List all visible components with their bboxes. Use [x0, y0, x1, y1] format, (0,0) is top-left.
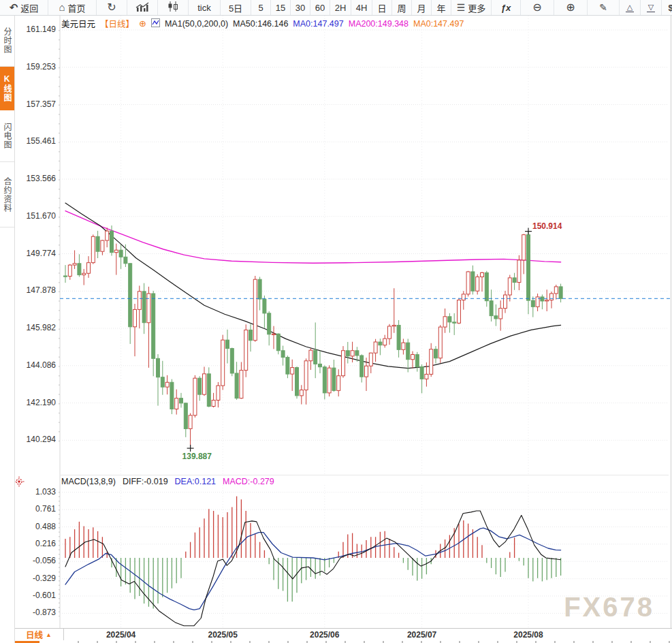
period-week-button[interactable]: 周 — [392, 0, 412, 15]
x-axis-month-label: 2025/06 — [301, 630, 349, 640]
x-axis-month-label: 2025/07 — [398, 630, 446, 640]
period-2h-button-label: 2H — [335, 3, 347, 13]
indicator-settings-icon[interactable] — [14, 476, 25, 490]
macd-params-label: MACD(13,8,9) — [61, 477, 116, 486]
period-year-button[interactable]: 年 — [432, 0, 451, 15]
y-axis-label: 145.982 — [15, 323, 56, 332]
x-axis-month-label: 2025/05 — [199, 630, 246, 640]
period-2h-button[interactable]: 2H — [330, 0, 351, 15]
dollar-button[interactable]: $ — [662, 0, 672, 15]
period-30-button[interactable]: 30 — [291, 0, 310, 15]
pencil-icon: ✎ — [599, 3, 607, 13]
period-5d-button-label: 5日 — [229, 1, 242, 14]
period-month-button[interactable]: 月 — [412, 0, 432, 15]
more-button[interactable]: ☰更多 — [451, 0, 492, 15]
period-week-button-label: 周 — [397, 1, 406, 14]
y-axis-label: 142.190 — [15, 398, 56, 407]
back-button[interactable]: ↶返回 — [0, 0, 48, 15]
macd-diff-value: DIFF:-0.019 — [123, 477, 168, 486]
indicator-fx-button[interactable]: ƒx — [492, 0, 521, 15]
y-axis-label: 149.774 — [15, 249, 56, 258]
macd-value: MACD:-0.279 — [223, 477, 274, 486]
symbol-title: 美元日元 — [61, 17, 95, 30]
period-4h-button-label: 4H — [356, 3, 368, 13]
y-axis-label: 140.294 — [15, 435, 56, 444]
zoom-in-icon: ⊕ — [566, 2, 575, 13]
menu-icon: ☰ — [457, 3, 466, 13]
candlestick-icon — [167, 1, 178, 14]
sidebar-tab-1[interactable]: K线图 — [0, 67, 14, 110]
period-year-button-label: 年 — [436, 1, 445, 14]
period-60-button-label: 60 — [315, 3, 325, 13]
y-axis-label: 153.566 — [15, 174, 56, 183]
ma-indicator-icon[interactable] — [151, 18, 160, 29]
candlestick-button[interactable] — [158, 0, 189, 15]
triangle-up-icon: △ — [626, 3, 634, 12]
main-chart-header: 美元日元 【日线】 ⊕ MA1(50,0,200,0) MA50:146.146… — [61, 17, 464, 30]
fx-icon: ƒx — [501, 3, 511, 13]
ma50-value: MA50:146.146 — [233, 19, 288, 29]
back-icon: ↶ — [10, 2, 18, 13]
y-axis-label: 144.086 — [15, 360, 56, 370]
sidebar-tab-3[interactable]: 合约资料 — [0, 162, 14, 228]
macd-dea-value: DEA:0.121 — [175, 477, 216, 486]
y-axis-label: 0.488 — [15, 522, 56, 531]
period-selector-label: 日线 — [26, 628, 43, 641]
add-compare-icon[interactable]: ⊕ — [139, 18, 146, 29]
bar-chart-button[interactable] — [127, 0, 158, 15]
period-day-button[interactable]: 日 — [372, 0, 392, 15]
period-5d-button[interactable]: 5日 — [221, 0, 251, 15]
period-30-button-label: 30 — [295, 3, 305, 13]
home-button-label: 首页 — [68, 1, 86, 14]
ma-params-label: MA1(50,0,200,0) — [165, 19, 228, 29]
more-button-label: 更多 — [468, 1, 485, 14]
chart-type-sidebar: 分时图K线图闪电图合约资料 — [0, 15, 15, 643]
ma0-orange-value: MA0:147.497 — [413, 19, 464, 29]
period-15-button[interactable]: 15 — [271, 0, 291, 15]
triangle-up-button[interactable]: △ — [620, 0, 641, 15]
period-60-button[interactable]: 60 — [310, 0, 330, 15]
triangle-down-button[interactable]: ▽ — [641, 0, 662, 15]
period-selector[interactable]: 日线 ▲ — [14, 629, 64, 640]
zoom-out-icon: ⊖ — [532, 2, 541, 13]
y-axis-label: -0.056 — [15, 556, 56, 565]
refresh-button[interactable]: ↻ — [97, 0, 127, 15]
period-month-button-label: 月 — [417, 1, 426, 14]
y-axis-label: -0.873 — [15, 608, 56, 617]
sidebar-tab-2[interactable]: 闪电图 — [0, 110, 14, 162]
charting-app: ↶返回⌂首页↻tick5日51530602H4H日周月年☰更多ƒx⊖⊕✎△▽$ … — [0, 0, 672, 643]
draw-button[interactable]: ✎ — [588, 0, 620, 15]
home-button[interactable]: ⌂首页 — [48, 0, 97, 15]
ma200-value: MA200:149.348 — [349, 19, 409, 29]
sidebar-tab-0[interactable]: 分时图 — [0, 15, 14, 67]
dollar-icon: $ — [668, 3, 672, 13]
time-axis-bar: 日线 ▲ 2025/042025/052025/062025/072025/08 — [0, 628, 672, 643]
tick-button-label: tick — [197, 3, 211, 13]
y-axis-label: -0.329 — [15, 574, 56, 583]
tick-button[interactable]: tick — [189, 0, 221, 15]
y-axis-label: 147.878 — [15, 285, 56, 295]
y-axis-label: 161.149 — [15, 25, 56, 34]
high-price-annotation: 150.914 — [532, 221, 562, 231]
refresh-icon: ↻ — [107, 2, 116, 13]
y-axis-label: -0.601 — [15, 591, 56, 600]
chart-canvas[interactable] — [0, 0, 672, 643]
zoom-in-button[interactable]: ⊕ — [554, 0, 588, 15]
y-axis-label: 159.253 — [15, 62, 56, 72]
low-price-annotation: 139.887 — [182, 452, 212, 461]
zoom-out-button[interactable]: ⊖ — [521, 0, 554, 15]
home-icon: ⌂ — [59, 2, 65, 13]
period-selector-arrow-icon: ▲ — [46, 631, 52, 638]
ma0-blue-value: MA0:147.497 — [293, 19, 343, 29]
triangle-down-icon: ▽ — [647, 3, 655, 12]
period-day-button-label: 日 — [377, 1, 386, 14]
y-axis-label: 157.357 — [15, 99, 56, 109]
period-5-button[interactable]: 5 — [251, 0, 271, 15]
bar-chart-icon — [135, 2, 149, 14]
period-4h-button[interactable]: 4H — [351, 0, 372, 15]
watermark: FX678 — [564, 592, 654, 623]
y-axis-label: 0.761 — [15, 504, 56, 514]
period-5-button-label: 5 — [258, 3, 263, 13]
back-button-label: 返回 — [20, 1, 38, 14]
top-toolbar: ↶返回⌂首页↻tick5日51530602H4H日周月年☰更多ƒx⊖⊕✎△▽$ — [0, 0, 672, 16]
